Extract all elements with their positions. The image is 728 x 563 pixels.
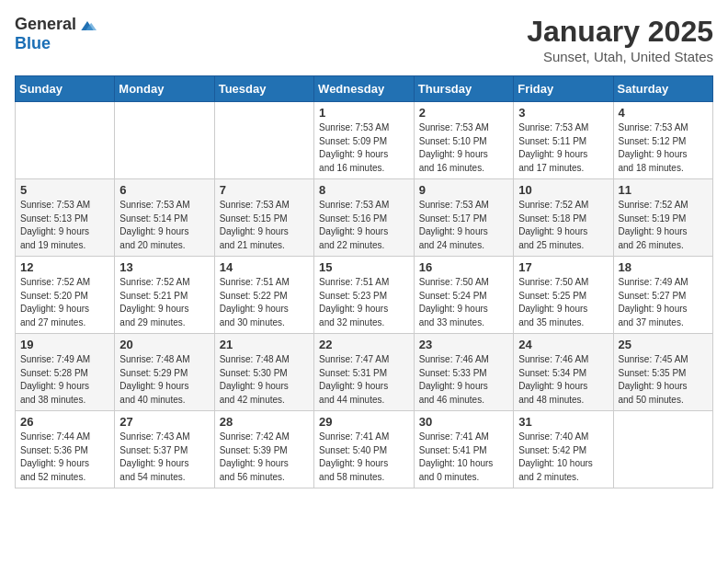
- calendar-cell: 7Sunrise: 7:53 AM Sunset: 5:15 PM Daylig…: [214, 179, 313, 257]
- calendar-cell: 3Sunrise: 7:53 AM Sunset: 5:11 PM Daylig…: [514, 102, 613, 179]
- calendar-cell: 26Sunrise: 7:44 AM Sunset: 5:36 PM Dayli…: [16, 411, 115, 488]
- calendar-cell: [16, 102, 115, 179]
- location-title: Sunset, Utah, United States: [527, 49, 713, 64]
- calendar-cell: 11Sunrise: 7:52 AM Sunset: 5:19 PM Dayli…: [613, 179, 713, 257]
- calendar-table: SundayMondayTuesdayWednesdayThursdayFrid…: [15, 75, 713, 488]
- day-info: Sunrise: 7:53 AM Sunset: 5:14 PM Dayligh…: [119, 199, 209, 252]
- calendar-cell: 21Sunrise: 7:48 AM Sunset: 5:30 PM Dayli…: [214, 334, 313, 411]
- weekday-header-wednesday: Wednesday: [314, 76, 415, 102]
- day-info: Sunrise: 7:51 AM Sunset: 5:23 PM Dayligh…: [319, 276, 409, 329]
- logo: General Blue: [15, 15, 97, 53]
- day-number: 28: [220, 415, 309, 429]
- day-number: 21: [220, 338, 309, 351]
- calendar-cell: 5Sunrise: 7:53 AM Sunset: 5:13 PM Daylig…: [16, 179, 115, 257]
- day-info: Sunrise: 7:53 AM Sunset: 5:17 PM Dayligh…: [419, 199, 508, 252]
- day-info: Sunrise: 7:52 AM Sunset: 5:20 PM Dayligh…: [20, 276, 109, 329]
- calendar-cell: 31Sunrise: 7:40 AM Sunset: 5:42 PM Dayli…: [514, 411, 613, 488]
- day-info: Sunrise: 7:53 AM Sunset: 5:09 PM Dayligh…: [319, 121, 409, 175]
- day-info: Sunrise: 7:48 AM Sunset: 5:30 PM Dayligh…: [220, 353, 309, 407]
- day-number: 8: [319, 183, 409, 197]
- calendar-cell: 9Sunrise: 7:53 AM Sunset: 5:17 PM Daylig…: [414, 179, 513, 257]
- logo-icon: [78, 17, 97, 35]
- page-header: General Blue January 2025 Sunset, Utah, …: [15, 15, 713, 64]
- day-number: 1: [319, 106, 409, 120]
- calendar-cell: 30Sunrise: 7:41 AM Sunset: 5:41 PM Dayli…: [414, 411, 513, 488]
- day-info: Sunrise: 7:52 AM Sunset: 5:21 PM Dayligh…: [119, 276, 209, 329]
- day-number: 30: [419, 415, 508, 429]
- calendar-cell: 17Sunrise: 7:50 AM Sunset: 5:25 PM Dayli…: [514, 257, 613, 334]
- day-number: 11: [619, 183, 709, 197]
- day-number: 2: [419, 106, 508, 120]
- day-info: Sunrise: 7:50 AM Sunset: 5:25 PM Dayligh…: [518, 276, 608, 329]
- day-info: Sunrise: 7:46 AM Sunset: 5:34 PM Dayligh…: [518, 353, 608, 407]
- day-info: Sunrise: 7:53 AM Sunset: 5:15 PM Dayligh…: [220, 199, 309, 252]
- calendar-cell: 8Sunrise: 7:53 AM Sunset: 5:16 PM Daylig…: [314, 179, 415, 257]
- calendar-week-4: 19Sunrise: 7:49 AM Sunset: 5:28 PM Dayli…: [16, 334, 713, 411]
- day-info: Sunrise: 7:52 AM Sunset: 5:19 PM Dayligh…: [619, 199, 709, 252]
- day-number: 18: [619, 260, 709, 274]
- day-number: 4: [619, 106, 709, 120]
- calendar-week-2: 5Sunrise: 7:53 AM Sunset: 5:13 PM Daylig…: [16, 179, 713, 257]
- day-number: 14: [220, 260, 309, 274]
- calendar-week-5: 26Sunrise: 7:44 AM Sunset: 5:36 PM Dayli…: [16, 411, 713, 488]
- day-info: Sunrise: 7:44 AM Sunset: 5:36 PM Dayligh…: [20, 431, 109, 484]
- day-number: 25: [619, 338, 709, 351]
- calendar-cell: 20Sunrise: 7:48 AM Sunset: 5:29 PM Dayli…: [115, 334, 214, 411]
- day-info: Sunrise: 7:52 AM Sunset: 5:18 PM Dayligh…: [518, 199, 608, 252]
- day-info: Sunrise: 7:53 AM Sunset: 5:16 PM Dayligh…: [319, 199, 409, 252]
- calendar-cell: 22Sunrise: 7:47 AM Sunset: 5:31 PM Dayli…: [314, 334, 415, 411]
- day-number: 24: [518, 338, 608, 351]
- day-number: 5: [20, 183, 109, 197]
- day-info: Sunrise: 7:51 AM Sunset: 5:22 PM Dayligh…: [220, 276, 309, 329]
- calendar-cell: 15Sunrise: 7:51 AM Sunset: 5:23 PM Dayli…: [314, 257, 415, 334]
- calendar-cell: 16Sunrise: 7:50 AM Sunset: 5:24 PM Dayli…: [414, 257, 513, 334]
- calendar-body: 1Sunrise: 7:53 AM Sunset: 5:09 PM Daylig…: [16, 102, 713, 488]
- calendar-cell: [613, 411, 713, 488]
- calendar-cell: 28Sunrise: 7:42 AM Sunset: 5:39 PM Dayli…: [214, 411, 313, 488]
- calendar-cell: 24Sunrise: 7:46 AM Sunset: 5:34 PM Dayli…: [514, 334, 613, 411]
- day-number: 9: [419, 183, 508, 197]
- day-number: 13: [119, 260, 209, 274]
- weekday-header-thursday: Thursday: [414, 76, 513, 102]
- calendar-week-3: 12Sunrise: 7:52 AM Sunset: 5:20 PM Dayli…: [16, 257, 713, 334]
- logo-general: General: [15, 16, 76, 34]
- day-info: Sunrise: 7:53 AM Sunset: 5:12 PM Dayligh…: [619, 121, 709, 175]
- day-number: 6: [119, 183, 209, 197]
- day-info: Sunrise: 7:43 AM Sunset: 5:37 PM Dayligh…: [119, 431, 209, 484]
- calendar-cell: 2Sunrise: 7:53 AM Sunset: 5:10 PM Daylig…: [414, 102, 513, 179]
- day-number: 3: [518, 106, 608, 120]
- calendar-cell: [214, 102, 313, 179]
- day-number: 12: [20, 260, 109, 274]
- day-info: Sunrise: 7:50 AM Sunset: 5:24 PM Dayligh…: [419, 276, 508, 329]
- day-number: 16: [419, 260, 508, 274]
- weekday-header-tuesday: Tuesday: [214, 76, 313, 102]
- weekday-header-monday: Monday: [115, 76, 214, 102]
- calendar-cell: 27Sunrise: 7:43 AM Sunset: 5:37 PM Dayli…: [115, 411, 214, 488]
- day-number: 17: [518, 260, 608, 274]
- day-info: Sunrise: 7:40 AM Sunset: 5:42 PM Dayligh…: [518, 431, 608, 484]
- weekday-header-friday: Friday: [514, 76, 613, 102]
- calendar-week-1: 1Sunrise: 7:53 AM Sunset: 5:09 PM Daylig…: [16, 102, 713, 179]
- calendar-cell: 18Sunrise: 7:49 AM Sunset: 5:27 PM Dayli…: [613, 257, 713, 334]
- day-info: Sunrise: 7:47 AM Sunset: 5:31 PM Dayligh…: [319, 353, 409, 407]
- day-info: Sunrise: 7:49 AM Sunset: 5:27 PM Dayligh…: [619, 276, 709, 329]
- day-number: 23: [419, 338, 508, 351]
- day-number: 20: [119, 338, 209, 351]
- calendar-cell: 12Sunrise: 7:52 AM Sunset: 5:20 PM Dayli…: [16, 257, 115, 334]
- calendar-cell: 29Sunrise: 7:41 AM Sunset: 5:40 PM Dayli…: [314, 411, 415, 488]
- day-info: Sunrise: 7:42 AM Sunset: 5:39 PM Dayligh…: [220, 431, 309, 484]
- calendar-cell: 10Sunrise: 7:52 AM Sunset: 5:18 PM Dayli…: [514, 179, 613, 257]
- calendar-cell: [115, 102, 214, 179]
- calendar-cell: 13Sunrise: 7:52 AM Sunset: 5:21 PM Dayli…: [115, 257, 214, 334]
- day-info: Sunrise: 7:53 AM Sunset: 5:10 PM Dayligh…: [419, 121, 508, 175]
- calendar-cell: 19Sunrise: 7:49 AM Sunset: 5:28 PM Dayli…: [16, 334, 115, 411]
- day-info: Sunrise: 7:53 AM Sunset: 5:11 PM Dayligh…: [518, 121, 608, 175]
- day-number: 27: [119, 415, 209, 429]
- weekday-header-sunday: Sunday: [16, 76, 115, 102]
- weekday-header-saturday: Saturday: [613, 76, 713, 102]
- day-number: 15: [319, 260, 409, 274]
- day-number: 29: [319, 415, 409, 429]
- weekday-header-row: SundayMondayTuesdayWednesdayThursdayFrid…: [16, 76, 713, 102]
- calendar-cell: 6Sunrise: 7:53 AM Sunset: 5:14 PM Daylig…: [115, 179, 214, 257]
- day-number: 10: [518, 183, 608, 197]
